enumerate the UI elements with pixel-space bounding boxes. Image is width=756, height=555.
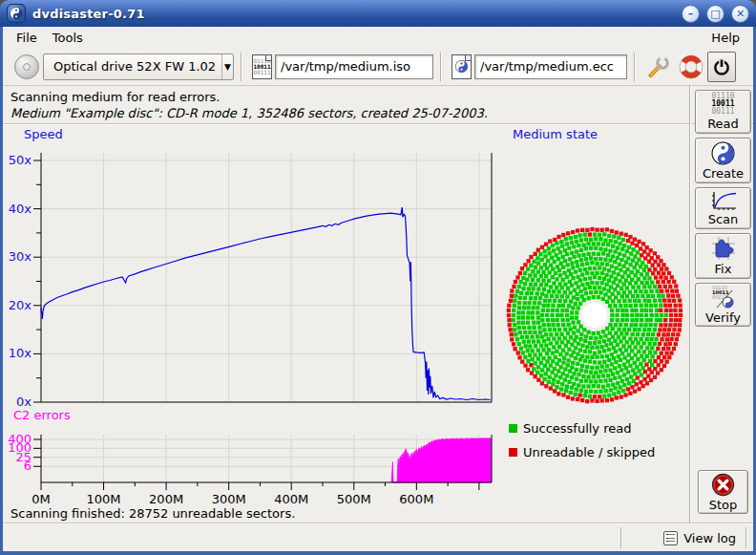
menu-bar: File Tools Help	[3, 27, 753, 48]
svg-text:50x: 50x	[9, 153, 32, 167]
fix-button[interactable]: Fix	[695, 233, 751, 279]
binary-icon: 011101001100111	[711, 93, 734, 116]
app-window: dvdisaster-0.71 – □ ✕ File Tools Help Op…	[0, 0, 756, 555]
wrench-icon	[646, 54, 671, 79]
ecc-file-input[interactable]	[474, 54, 627, 79]
svg-text:400M: 400M	[274, 492, 308, 506]
help-lifesaver-button[interactable]	[677, 52, 705, 82]
scan-curve-icon	[710, 191, 737, 211]
stop-button[interactable]: Stop	[698, 470, 748, 514]
image-file-icon: 011101001100111	[252, 54, 272, 79]
cd-disc-icon	[14, 54, 39, 79]
image-file-input[interactable]	[275, 54, 433, 79]
app-icon	[7, 4, 26, 23]
svg-text:30x: 30x	[9, 249, 32, 264]
yin-yang-icon	[10, 7, 23, 20]
toolbar-separator	[634, 53, 636, 81]
separator	[620, 527, 622, 548]
close-button[interactable]: ✕	[731, 5, 749, 23]
quit-button[interactable]	[707, 52, 736, 82]
medium-state-disc	[497, 215, 696, 417]
window-title: dvdisaster-0.71	[32, 7, 145, 21]
ecc-file-icon	[452, 54, 472, 79]
menu-help[interactable]: Help	[704, 29, 747, 47]
separator	[689, 86, 691, 523]
maximize-button[interactable]: □	[706, 5, 724, 23]
svg-text:10x: 10x	[9, 346, 32, 360]
title-bar[interactable]: dvdisaster-0.71 – □ ✕	[0, 0, 756, 27]
status-line-2: Medium "Example disc": CD-R mode 1, 3524…	[10, 106, 488, 120]
legend-unreadable-label: Unreadable / skipped	[523, 445, 655, 459]
stop-icon	[711, 473, 735, 497]
menu-tools[interactable]: Tools	[45, 29, 91, 47]
window-body: File Tools Help Optical drive 52X FW 1.0…	[3, 27, 753, 551]
legend-unreadable: Unreadable / skipped	[509, 445, 655, 459]
svg-text:500M: 500M	[337, 492, 371, 506]
verify-icon: 01110 10011 00111	[711, 285, 736, 310]
status-line-1: Scanning medium for read errors.	[10, 90, 220, 104]
legend-read: Successfully read	[509, 421, 631, 436]
speed-chart: 0x10x20x30x40x50x	[3, 125, 504, 414]
read-swatch	[509, 424, 517, 433]
window-controls: – □ ✕	[682, 5, 749, 23]
svg-text:20x: 20x	[9, 298, 32, 312]
unreadable-swatch	[509, 448, 517, 457]
drive-button[interactable]	[10, 51, 43, 83]
status-bar: View log	[3, 524, 753, 551]
preferences-button[interactable]	[644, 52, 673, 82]
finished-status: Scanning finished: 28752 unreadable sect…	[10, 506, 295, 521]
svg-text:0x: 0x	[16, 395, 32, 409]
view-log-label: View log	[683, 531, 736, 545]
read-button[interactable]: 011101001100111 Read	[695, 90, 751, 134]
svg-text:200M: 200M	[149, 492, 183, 506]
svg-text:0M: 0M	[32, 492, 51, 506]
scan-button[interactable]: Scan	[695, 187, 751, 229]
view-log-button[interactable]: View log	[654, 531, 746, 545]
toolbar-separator	[440, 53, 442, 81]
menu-file[interactable]: File	[9, 29, 45, 47]
svg-text:600M: 600M	[399, 492, 433, 506]
svg-text:40x: 40x	[9, 202, 32, 216]
svg-text:400: 400	[8, 432, 32, 446]
drive-selector[interactable]: Optical drive 52X FW 1.02 ▼	[43, 53, 234, 80]
medium-state-title: Medium state	[513, 127, 598, 141]
svg-text:100M: 100M	[87, 492, 121, 506]
svg-text:300M: 300M	[212, 492, 246, 506]
verify-button[interactable]: 01110 10011 00111 Verify	[695, 283, 751, 327]
toolbar-separator	[241, 53, 242, 81]
legend-read-label: Successfully read	[523, 421, 631, 436]
log-list-icon	[663, 531, 678, 545]
yin-yang-icon	[711, 141, 735, 165]
minimize-button[interactable]: –	[682, 5, 700, 23]
create-button[interactable]: Create	[695, 138, 751, 183]
toolbar: Optical drive 52X FW 1.02 ▼ 011101001100…	[3, 48, 753, 86]
separator	[746, 527, 747, 548]
lifesaver-icon	[679, 54, 704, 79]
drive-selector-value: Optical drive 52X FW 1.02	[44, 59, 221, 74]
puzzle-icon	[711, 236, 736, 261]
dropdown-arrow-icon[interactable]: ▼	[221, 54, 233, 79]
power-icon	[712, 57, 731, 76]
